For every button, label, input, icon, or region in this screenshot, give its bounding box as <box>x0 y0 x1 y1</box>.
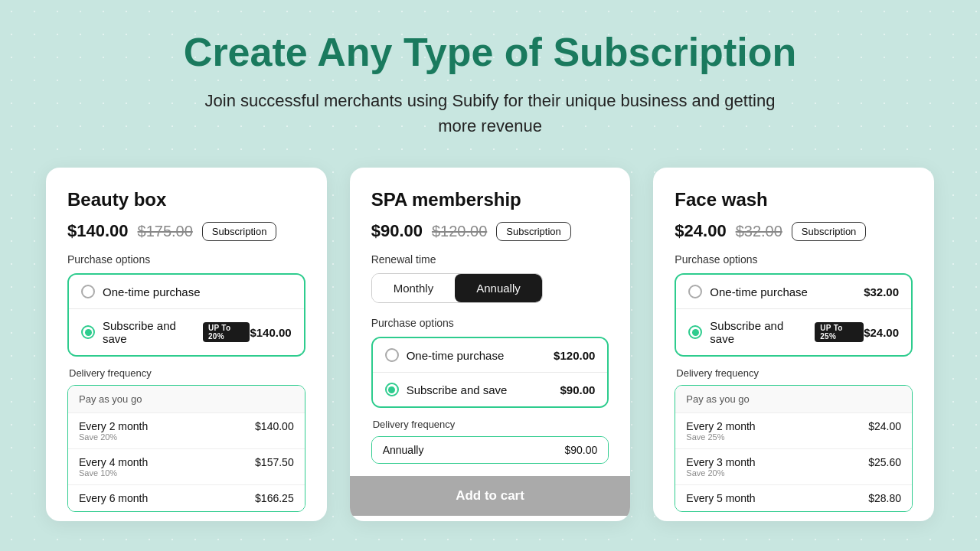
card2-delivery-label: Delivery frequency <box>371 419 609 430</box>
card3-delivery-label: Delivery frequency <box>675 367 913 379</box>
card3-save-1: Save 20% <box>686 468 755 478</box>
card1-save-1: Save 10% <box>79 468 148 478</box>
card3-option-onetime[interactable]: One-time purchase $32.00 <box>676 275 911 309</box>
card2-deliv-price-0: $90.00 <box>565 444 598 456</box>
card3-subscribe-price: $24.00 <box>864 326 899 339</box>
card2-option-onetime-label: One-time purchase <box>407 349 505 362</box>
card3-option-subscribe-label: Subscribe and save <box>710 319 804 345</box>
card2-price-row: $90.00 $120.00 Subscription <box>371 221 609 241</box>
toggle-monthly-btn[interactable]: Monthly <box>372 274 456 302</box>
card3-badge: Subscription <box>792 222 867 241</box>
card3-price-original: $32.00 <box>736 223 782 240</box>
card3-delivery-row-2: Every 5 month $28.80 <box>675 485 912 511</box>
card3-option-onetime-label: One-time purchase <box>710 285 808 298</box>
card2-delivery-inner: Annually $90.00 <box>371 436 609 464</box>
card3-deliv-price-0: $24.00 <box>868 420 901 442</box>
card3-delivery-row-1: Every 3 month Save 20% $25.60 <box>675 449 912 485</box>
card3-delivery-section: Delivery frequency Pay as you go Every 2… <box>675 367 913 512</box>
card1-purchase-label: Purchase options <box>67 253 305 266</box>
card2-price-original: $120.00 <box>432 223 487 240</box>
card2-option-onetime[interactable]: One-time purchase $120.00 <box>373 338 608 373</box>
card1-price-current: $140.00 <box>67 221 129 241</box>
card-face-wash: Face wash $24.00 $32.00 Subscription Pur… <box>653 168 934 521</box>
card1-save-0: Save 20% <box>79 432 148 442</box>
card3-freq-0: Every 2 month <box>686 420 755 432</box>
card3-deliv-price-1: $25.60 <box>868 456 901 478</box>
card3-delivery-row-0: Every 2 month Save 25% $24.00 <box>675 413 912 449</box>
card2-purchase-label: Purchase options <box>371 317 609 329</box>
card1-deliv-price-2: $166.25 <box>255 492 294 504</box>
card3-save-0: Save 25% <box>686 432 755 442</box>
card3-price-current: $24.00 <box>675 221 726 241</box>
card1-deliv-price-1: $157.50 <box>255 456 294 478</box>
card1-delivery-header: Pay as you go <box>68 386 305 413</box>
card3-delivery-inner: Pay as you go Every 2 month Save 25% $24… <box>675 385 913 512</box>
card1-delivery-inner: Pay as you go Every 2 month Save 20% $14… <box>67 385 305 512</box>
card3-deliv-price-2: $28.80 <box>868 492 901 504</box>
card1-radio-onetime <box>81 285 95 298</box>
card3-title: Face wash <box>675 189 913 210</box>
card3-option-subscribe[interactable]: Subscribe and save UP To 25% $24.00 <box>676 309 911 355</box>
card2-delivery-row-0: Annually $90.00 <box>372 437 609 463</box>
hero-title: Create Any Type of Subscription <box>184 31 796 74</box>
card1-purchase-options: One-time purchase Subscribe and save UP … <box>67 273 305 357</box>
cards-row: Beauty box $140.00 $175.00 Subscription … <box>46 168 934 521</box>
card1-delivery-row-1: Every 4 month Save 10% $157.50 <box>68 449 305 485</box>
card1-delivery-label: Delivery frequency <box>67 367 305 379</box>
card1-delivery-section: Delivery frequency Pay as you go Every 2… <box>67 367 305 512</box>
card2-onetime-price: $120.00 <box>554 349 595 362</box>
card1-freq-0: Every 2 month <box>79 420 148 432</box>
card2-title: SPA membership <box>371 189 609 210</box>
card2-radio-subscribe <box>385 383 399 396</box>
page-wrapper: Create Any Type of Subscription Join suc… <box>0 0 980 551</box>
card3-onetime-price: $32.00 <box>864 285 899 298</box>
card1-deliv-price-0: $140.00 <box>255 420 294 442</box>
card-spa-membership: SPA membership $90.00 $120.00 Subscripti… <box>350 168 631 521</box>
card1-freq-1: Every 4 month <box>79 456 148 468</box>
card3-purchase-options: One-time purchase $32.00 Subscribe and s… <box>675 273 913 357</box>
card2-subscribe-price: $90.00 <box>560 383 595 396</box>
card3-radio-onetime <box>688 285 702 298</box>
card1-badge: Subscription <box>202 222 277 241</box>
card3-radio-subscribe <box>688 325 702 339</box>
card1-price-row: $140.00 $175.00 Subscription <box>67 221 305 241</box>
card3-price-row: $24.00 $32.00 Subscription <box>675 221 913 241</box>
card3-save-badge: UP To 25% <box>815 322 864 342</box>
card1-price-original: $175.00 <box>138 223 193 240</box>
card1-option-onetime[interactable]: One-time purchase <box>69 275 304 309</box>
card3-freq-1: Every 3 month <box>686 456 755 468</box>
hero-subtitle: Join successful merchants using Subify f… <box>199 88 781 139</box>
card3-purchase-label: Purchase options <box>675 253 913 266</box>
card3-delivery-header: Pay as you go <box>675 386 912 413</box>
card1-delivery-row-0: Every 2 month Save 20% $140.00 <box>68 413 305 449</box>
card2-badge: Subscription <box>496 222 571 241</box>
card1-subscribe-price: $140.00 <box>250 326 291 339</box>
card1-option-subscribe[interactable]: Subscribe and save UP To 20% $140.00 <box>69 309 304 355</box>
card3-freq-2: Every 5 month <box>686 492 755 504</box>
card1-option-onetime-label: One-time purchase <box>103 285 201 298</box>
card2-radio-onetime <box>385 348 399 362</box>
card2-toggle-group: Monthly Annually <box>371 273 543 303</box>
card1-save-badge: UP To 20% <box>203 322 250 342</box>
card1-option-subscribe-label: Subscribe and save <box>103 319 192 345</box>
card1-title: Beauty box <box>67 189 305 210</box>
card2-purchase-options: One-time purchase $120.00 Subscribe and … <box>371 337 609 408</box>
card2-delivery-section: Delivery frequency Annually $90.00 <box>371 419 609 464</box>
card1-freq-2: Every 6 month <box>79 492 148 504</box>
card2-option-subscribe-label: Subscribe and save <box>407 383 508 396</box>
toggle-annually-btn[interactable]: Annually <box>455 274 542 302</box>
card2-price-current: $90.00 <box>371 221 423 241</box>
add-to-cart-button[interactable]: Add to cart <box>350 476 631 516</box>
card1-radio-subscribe <box>81 325 95 339</box>
card-beauty-box: Beauty box $140.00 $175.00 Subscription … <box>46 168 327 521</box>
card2-renewal-label: Renewal time <box>371 253 609 266</box>
card2-freq-0: Annually <box>383 444 424 456</box>
card2-option-subscribe[interactable]: Subscribe and save $90.00 <box>373 373 608 406</box>
card1-delivery-row-2: Every 6 month $166.25 <box>68 485 305 511</box>
